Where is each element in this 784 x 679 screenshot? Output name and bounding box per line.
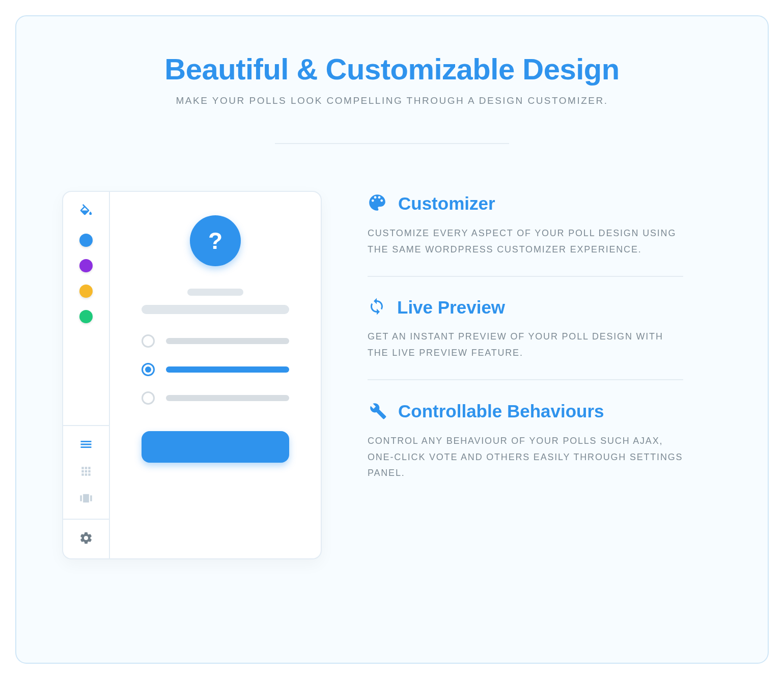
panel-subtitle: MAKE YOUR POLLS LOOK COMPELLING THROUGH …	[62, 95, 722, 106]
feature-panel: Beautiful & Customizable Design MAKE YOU…	[15, 15, 769, 664]
skeleton-title	[142, 305, 289, 314]
radio-unchecked-icon	[142, 391, 155, 405]
sync-icon	[368, 297, 386, 318]
design-mockup: ?	[62, 191, 322, 559]
option-line	[166, 338, 289, 344]
palette-icon	[368, 193, 387, 214]
feature-desc: CUSTOMIZE EVERY ASPECT OF YOUR POLL DESI…	[368, 225, 683, 258]
radio-checked-icon	[142, 363, 155, 376]
radio-unchecked-icon	[142, 334, 155, 348]
swatch-blue[interactable]	[79, 234, 93, 247]
feature-desc: CONTROL ANY BEHAVIOUR OF YOUR POLLS SUCH…	[368, 433, 683, 482]
sidebar-layout-section	[63, 426, 109, 520]
grid-icon[interactable]	[79, 465, 93, 480]
carousel-icon[interactable]	[79, 491, 93, 507]
feature-live-preview: Live Preview GET AN INSTANT PREVIEW OF Y…	[368, 276, 683, 379]
question-mark: ?	[208, 227, 222, 254]
sidebar-settings-section	[63, 520, 109, 558]
swatch-green[interactable]	[79, 310, 93, 323]
option-line	[166, 395, 289, 401]
option-line	[166, 366, 289, 373]
divider	[275, 143, 509, 144]
feature-desc: GET AN INSTANT PREVIEW OF YOUR POLL DESI…	[368, 329, 683, 361]
feature-title: Controllable Behaviours	[398, 401, 604, 421]
sidebar-colors-section	[63, 192, 109, 426]
feature-list: Customizer CUSTOMIZE EVERY ASPECT OF YOU…	[368, 193, 683, 500]
poll-option-2[interactable]	[142, 363, 289, 376]
poll-option-3[interactable]	[142, 391, 289, 405]
poll-option-1[interactable]	[142, 334, 289, 348]
gear-icon[interactable]	[79, 531, 93, 547]
panel-content: ?	[62, 191, 722, 559]
feature-behaviours: Controllable Behaviours CONTROL ANY BEHA…	[368, 379, 683, 500]
poll-options	[142, 334, 289, 405]
swatch-orange[interactable]	[79, 285, 93, 298]
wrench-icon	[368, 401, 387, 422]
mockup-sidebar	[63, 192, 110, 558]
feature-title: Customizer	[398, 193, 495, 214]
panel-header: Beautiful & Customizable Design MAKE YOU…	[62, 52, 722, 144]
vote-button[interactable]	[142, 431, 289, 463]
question-badge: ?	[190, 215, 241, 266]
swatch-purple[interactable]	[79, 259, 93, 272]
skeleton-subtitle	[187, 289, 243, 296]
panel-title: Beautiful & Customizable Design	[62, 52, 722, 86]
fill-icon	[78, 204, 94, 221]
mockup-preview: ?	[110, 192, 321, 558]
feature-title: Live Preview	[397, 297, 505, 318]
feature-customizer: Customizer CUSTOMIZE EVERY ASPECT OF YOU…	[368, 193, 683, 276]
menu-icon[interactable]	[79, 437, 93, 454]
